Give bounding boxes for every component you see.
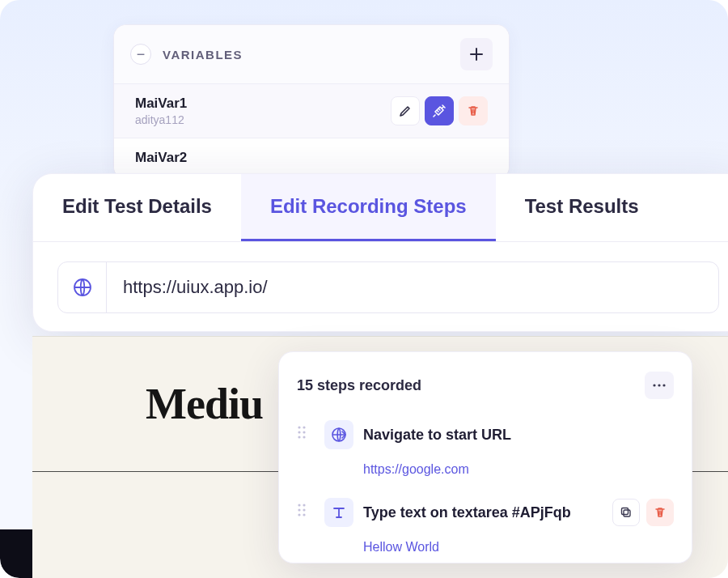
drag-handle-icon[interactable] [297,498,313,555]
add-variable-button[interactable] [460,38,493,70]
drag-handle-icon[interactable] [297,420,313,477]
globe-icon [58,262,107,312]
svg-point-7 [303,431,305,433]
svg-point-3 [662,384,665,386]
copy-step-button[interactable] [612,499,640,526]
variable-name: MaiVar1 [135,96,187,112]
minus-icon: − [137,47,146,62]
svg-point-4 [298,426,300,428]
svg-point-13 [298,508,300,511]
svg-point-2 [658,384,660,386]
variable-row[interactable]: MaiVar1 aditya112 [114,83,509,138]
svg-point-14 [303,508,305,511]
globe-icon [324,420,353,449]
variables-panel: − VARIABLES MaiVar1 aditya112 [113,24,510,180]
pencil-icon [398,104,413,118]
svg-point-1 [653,384,655,386]
svg-point-11 [298,504,300,506]
svg-point-6 [298,431,300,433]
delete-step-button[interactable] [646,499,674,526]
step-detail: https://google.com [363,462,674,477]
plus-icon [469,47,484,62]
svg-point-16 [303,513,305,516]
svg-rect-17 [624,510,630,516]
tab-bar: Edit Test Details Edit Recording Steps T… [33,174,728,242]
svg-rect-18 [622,508,629,515]
variables-collapse-button[interactable]: − [130,44,151,65]
step-row[interactable]: Navigate to start URL https://google.com [297,420,674,477]
variable-name: MaiVar2 [135,150,187,166]
text-icon [324,498,353,527]
variables-title: VARIABLES [163,48,243,62]
dots-icon [653,384,666,387]
test-editor-card: Edit Test Details Edit Recording Steps T… [32,173,728,332]
copy-icon [620,506,633,519]
start-url-value: https://uiux.app.io/ [107,262,284,312]
delete-variable-button[interactable] [459,96,488,125]
variable-value: aditya112 [135,113,187,126]
step-title: Type text on textarea #APjFqb [363,504,571,521]
steps-more-button[interactable] [645,372,674,399]
step-title: Navigate to start URL [363,427,511,444]
edit-variable-button[interactable] [391,96,420,125]
svg-point-8 [298,436,300,438]
recorded-steps-panel: 15 steps recorded Navigate to start URL … [278,351,692,563]
tab-recording[interactable]: Edit Recording Steps [241,174,496,241]
inject-variable-button[interactable] [425,96,454,125]
svg-point-9 [303,436,305,438]
tab-details[interactable]: Edit Test Details [33,174,241,241]
tab-results[interactable]: Test Results [496,174,668,241]
trash-icon [654,506,667,519]
svg-point-5 [303,426,305,428]
trash-icon [467,104,480,117]
step-detail: Hellow World [363,540,674,555]
steps-count-label: 15 steps recorded [297,377,421,394]
preview-brand-logo: Mediu [146,379,263,429]
start-url-field[interactable]: https://uiux.app.io/ [57,261,719,313]
variables-header: − VARIABLES [114,25,509,83]
svg-point-12 [303,504,305,506]
syringe-icon [432,104,447,118]
svg-point-15 [298,513,300,516]
step-row[interactable]: Type text on textarea #APjFqb Hellow Wor… [297,498,674,555]
